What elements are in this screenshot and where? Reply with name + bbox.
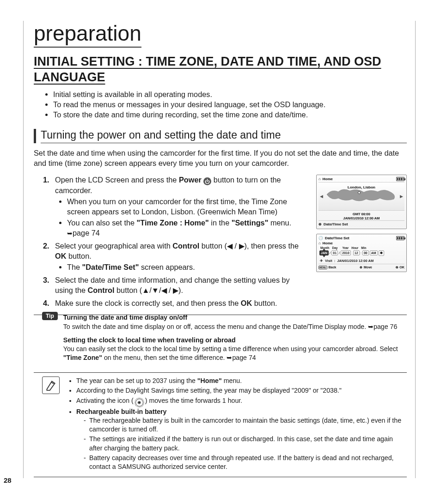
n4-c: Battery capacity decreases over time and… bbox=[84, 454, 407, 471]
home-icon: ⌂ bbox=[318, 177, 321, 181]
s1s2-a: You can also set the bbox=[67, 219, 137, 227]
tip1-ref: page 76 bbox=[374, 323, 397, 330]
map-right-icon: ▶ bbox=[400, 194, 403, 199]
lbl-year: Year bbox=[342, 246, 349, 249]
n1-a: The year can be set up to 2037 using the bbox=[76, 377, 197, 384]
s2-c: button (◀ / ▶), then press the bbox=[202, 242, 299, 250]
box-ampm: AM bbox=[370, 250, 378, 255]
n4-title: Rechargeable built-in battery bbox=[76, 408, 167, 415]
lcd1-city: London, Lisbon bbox=[348, 185, 375, 189]
plane-icon: ✈ bbox=[320, 259, 323, 263]
page-ref-arrow-icon: ➥ bbox=[67, 230, 73, 237]
step-1-sub-2: You can also set the "Time Zone : Home" … bbox=[67, 218, 310, 238]
tip-section: Tip Turning the date and time display on… bbox=[34, 315, 407, 371]
intro-paragraph: Set the date and time when using the cam… bbox=[34, 148, 407, 168]
subheading-bar bbox=[34, 129, 36, 143]
s2-d: OK bbox=[55, 252, 66, 260]
tip1-body: To switch the date and time display on o… bbox=[63, 323, 368, 330]
box-year: 2010 bbox=[341, 250, 351, 255]
battery-icon bbox=[396, 177, 404, 181]
n1-c: menu. bbox=[224, 377, 242, 384]
n3-b: ) moves the time forwards 1 hour. bbox=[145, 397, 243, 404]
n3-a: Activating the icon ( bbox=[76, 397, 134, 404]
note-4-sublist: The rechargeable battery is built in the… bbox=[76, 416, 407, 471]
s3-c: button (▲/▼/◀ / ▶). bbox=[116, 286, 183, 294]
notes-section: The year can be set up to 2037 using the… bbox=[34, 372, 407, 477]
s2-e: button. bbox=[68, 252, 92, 260]
subheading-row: Turning the power on and setting the dat… bbox=[34, 129, 407, 143]
note-icon bbox=[42, 376, 60, 394]
steps-area: 1. Open the LCD Screen and press the Pow… bbox=[34, 175, 407, 311]
box-hour: 12 bbox=[353, 250, 360, 255]
side-screenshots: ⌂ Home ◀ London, Lisbon ▶ GMT 00:00 JAN/… bbox=[316, 175, 407, 311]
s2-b: Control bbox=[172, 242, 199, 250]
clock-icon: 🕒 bbox=[318, 236, 323, 240]
home-icon-2: ⌂ bbox=[318, 241, 321, 245]
lbl-day: Day bbox=[332, 246, 338, 249]
section-heading: INITIAL SETTING : TIME ZONE, DATE AND TI… bbox=[34, 54, 407, 85]
intro-bullets: Initial setting is available in all oper… bbox=[34, 89, 407, 120]
ok-icon: ⊕ bbox=[396, 266, 398, 269]
page-ref-arrow-icon-2: ➥ bbox=[368, 323, 374, 330]
box-min: 00 bbox=[362, 250, 369, 255]
s1s2-d: "Settings" bbox=[232, 219, 269, 227]
tip2-a: You can easily set the clock to the loca… bbox=[63, 345, 398, 352]
note-4: Rechargeable built-in battery The rechar… bbox=[76, 407, 407, 471]
lcd1-gmt: GMT 00:00 bbox=[318, 212, 404, 216]
foot-back: Back bbox=[329, 266, 337, 269]
s1s2-ref: page 74 bbox=[73, 229, 100, 237]
lcd2-sub: Home bbox=[323, 241, 333, 245]
step-2: 2. Select your geographical area with Co… bbox=[43, 241, 310, 272]
lbl-hour: Hour bbox=[351, 246, 358, 249]
s4-c: button. bbox=[254, 299, 277, 307]
chapter-title: preparation bbox=[34, 21, 141, 48]
s2s1-b: "Date/Time Set" bbox=[82, 263, 139, 271]
s4-a: Make sure the clock is correctly set, an… bbox=[55, 299, 241, 307]
lcd1-date: JAN/01/2010 12:00 AM bbox=[318, 216, 404, 220]
step-4: 4. Make sure the clock is correctly set,… bbox=[43, 298, 310, 308]
tip2-b: "Time Zone" bbox=[63, 354, 102, 361]
foot-ok: OK bbox=[400, 266, 405, 269]
lcd-datetime-set: 🕒 Date/Time Set ⌂ Home Month Day Year Ho… bbox=[316, 234, 407, 272]
dst-box-icon: ✺ bbox=[379, 250, 384, 256]
lcd1-foot: Date/Time Set bbox=[324, 222, 348, 226]
dst-icon: ✺ bbox=[135, 399, 143, 407]
foot-move: Move bbox=[364, 266, 372, 269]
lcd2-title: Date/Time Set bbox=[325, 236, 349, 240]
move-icon: ⊕ bbox=[360, 266, 362, 269]
s1s2-e: menu. bbox=[270, 219, 291, 227]
step-2-sub-1: The "Date/Time Set" screen appears. bbox=[67, 262, 310, 272]
tip2-c: on the menu, then set the time differenc… bbox=[104, 354, 227, 361]
step-1-power-label: Power bbox=[179, 176, 202, 184]
box-month: JAN bbox=[319, 250, 329, 255]
power-icon: ⏻ bbox=[203, 177, 211, 185]
map-left-icon: ◀ bbox=[320, 194, 323, 199]
step-1-text-a: Open the LCD Screen and press the bbox=[55, 176, 179, 184]
s1s2-b: "Time Zone : Home" bbox=[137, 219, 209, 227]
n1-b: "Home" bbox=[197, 377, 222, 384]
subheading: Turning the power on and setting the dat… bbox=[41, 129, 407, 143]
page-number: 28 bbox=[4, 476, 12, 484]
lcd1-title: Home bbox=[323, 177, 333, 181]
nav-icon: ⊕ bbox=[318, 222, 322, 226]
step-1-sub-1: When you turn on your camcorder for the … bbox=[67, 196, 310, 217]
s1s2-c: in the bbox=[211, 219, 231, 227]
notes-list: The year can be set up to 2037 using the… bbox=[68, 376, 407, 471]
n4-b: The settings are initialized if the batt… bbox=[84, 435, 407, 452]
n4-a: The rechargeable battery is built in the… bbox=[84, 416, 407, 434]
lcd-timezone: ⌂ Home ◀ London, Lisbon ▶ GMT 00:00 JAN/… bbox=[316, 175, 407, 229]
svg-point-0 bbox=[358, 191, 361, 194]
intro-bullet-1: Initial setting is available in all oper… bbox=[53, 89, 407, 99]
intro-bullet-2: To read the menus or messages in your de… bbox=[53, 99, 407, 109]
battery-icon-2 bbox=[396, 236, 404, 240]
intro-bullet-3: To store the date and time during record… bbox=[53, 109, 407, 120]
tip2-title: Setting the clock to local time when tra… bbox=[63, 336, 236, 344]
s3-b: Control bbox=[88, 286, 115, 294]
visit-label: Visit bbox=[325, 259, 332, 263]
s2-a: Select your geographical area with bbox=[55, 242, 172, 250]
visit-val: JAN/01/2010 12:00 AM bbox=[337, 259, 374, 263]
note-3: Activating the icon ( ✺ ) moves the time… bbox=[76, 396, 407, 407]
page-frame: preparation INITIAL SETTING : TIME ZONE,… bbox=[23, 21, 416, 478]
step-3: 3. Select the date and time information,… bbox=[43, 275, 310, 295]
steps-list: 1. Open the LCD Screen and press the Pow… bbox=[34, 175, 310, 309]
